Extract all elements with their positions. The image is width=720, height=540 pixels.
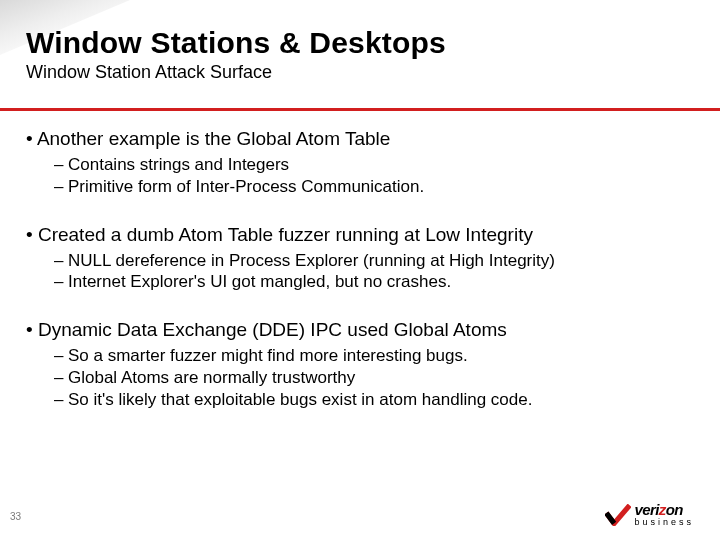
bullet-sub: Internet Explorer's UI got mangled, but … [54, 271, 686, 293]
bullet-main: • Another example is the Global Atom Tab… [26, 128, 686, 150]
bullet-sub: So it's likely that exploitable bugs exi… [54, 389, 686, 411]
bullet-sublist: So a smarter fuzzer might find more inte… [26, 345, 686, 410]
bullet-sublist: Contains strings and Integers Primitive … [26, 154, 686, 198]
bullet-main: • Created a dumb Atom Table fuzzer runni… [26, 224, 686, 246]
logo-brand: verizon [634, 503, 694, 517]
bullet-sublist: NULL dereference in Process Explorer (ru… [26, 250, 686, 294]
bullet-sub: Contains strings and Integers [54, 154, 686, 176]
bullet-sub: Global Atoms are normally trustworthy [54, 367, 686, 389]
header: Window Stations & Desktops Window Statio… [26, 26, 694, 83]
bullet-group: • Dynamic Data Exchange (DDE) IPC used G… [26, 319, 686, 410]
content: • Another example is the Global Atom Tab… [26, 128, 686, 436]
bullet-sub: Primitive form of Inter-Process Communic… [54, 176, 686, 198]
divider-red [0, 108, 720, 111]
bullet-group: • Another example is the Global Atom Tab… [26, 128, 686, 198]
bullet-sub: NULL dereference in Process Explorer (ru… [54, 250, 686, 272]
page-number: 33 [10, 511, 21, 522]
slide: Window Stations & Desktops Window Statio… [0, 0, 720, 540]
bullet-sub: So a smarter fuzzer might find more inte… [54, 345, 686, 367]
logo-text: verizon business [634, 503, 694, 526]
bullet-group: • Created a dumb Atom Table fuzzer runni… [26, 224, 686, 294]
page-subtitle: Window Station Attack Surface [26, 62, 694, 83]
verizon-logo: verizon business [605, 503, 694, 526]
bullet-main: • Dynamic Data Exchange (DDE) IPC used G… [26, 319, 686, 341]
check-icon [605, 504, 631, 526]
logo-sub: business [634, 518, 694, 526]
page-title: Window Stations & Desktops [26, 26, 694, 60]
